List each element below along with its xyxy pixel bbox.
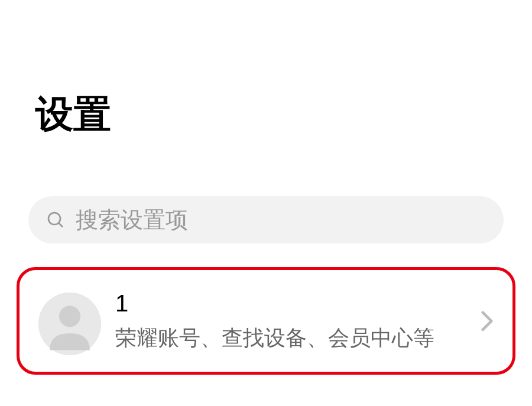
page-title: 设置 (0, 0, 532, 137)
search-placeholder: 搜索设置项 (76, 209, 188, 231)
avatar (38, 293, 101, 355)
account-text: 1 荣耀账号、查找设备、会员中心等 (115, 288, 466, 354)
account-title: 1 (115, 288, 466, 319)
search-icon (46, 210, 65, 229)
svg-line-1 (59, 223, 63, 227)
settings-page: 设置 搜索设置项 1 荣耀账号、查找设备、会员中心等 (0, 0, 532, 406)
account-row[interactable]: 1 荣耀账号、查找设备、会员中心等 (17, 267, 515, 375)
search-bar[interactable]: 搜索设置项 (28, 196, 504, 243)
svg-point-3 (59, 306, 80, 327)
account-subtitle: 荣耀账号、查找设备、会员中心等 (115, 322, 466, 354)
svg-point-0 (48, 213, 60, 225)
chevron-right-icon (481, 310, 494, 332)
